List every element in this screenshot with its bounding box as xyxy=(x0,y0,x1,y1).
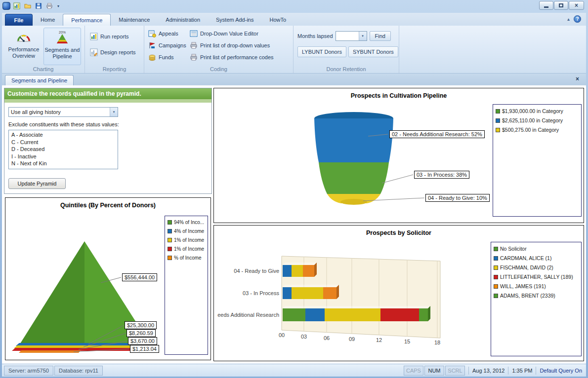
print-dropdown-values-label: Print list of drop-down values xyxy=(200,42,270,48)
list-item[interactable]: N - Next of Kin xyxy=(9,160,118,167)
print-dropdown-values-button[interactable]: Print list of drop-down values xyxy=(190,40,270,50)
legend-swatch xyxy=(494,275,498,279)
save-icon[interactable] xyxy=(34,1,43,10)
legend-item: FISCHMAN, DAVID (2) xyxy=(494,265,579,270)
database-status: Database: rpv11 xyxy=(54,366,103,376)
ribbon-group-coding: Appeals Campaigns Funds Drop-Down Value … xyxy=(144,26,294,73)
funds-icon xyxy=(148,53,156,61)
design-reports-button[interactable]: Design reports xyxy=(90,47,136,57)
legend-swatch xyxy=(168,220,172,225)
segments-pipeline-button[interactable]: 20% Segments and Pipeline xyxy=(43,28,81,65)
chevron-down-icon[interactable]: ▾ xyxy=(110,108,118,116)
legend-item: 4% of Income xyxy=(168,228,205,234)
list-item[interactable]: I - Inactive xyxy=(9,153,118,160)
print-performance-codes-label: Print list of performance codes xyxy=(200,54,274,60)
legend-label: LITTLEFEATHER, SALLY (189) xyxy=(500,274,573,280)
close-button[interactable]: × xyxy=(569,1,584,10)
months-lapsed-combobox[interactable]: ▾ xyxy=(336,31,367,41)
print-icon[interactable] xyxy=(45,1,54,10)
ribbon-group-donor-retention: Months lapsed ▾ Find LYBUNT Donors SYBUN… xyxy=(294,26,399,73)
callout-quintile-5: $1,213.04 xyxy=(130,345,159,353)
legend-swatch xyxy=(168,238,172,242)
tab-administration[interactable]: Administration xyxy=(158,14,208,26)
help-icon[interactable]: ? xyxy=(574,15,581,23)
performance-overview-label: Performance Overview xyxy=(8,46,40,59)
x-tick: 00 xyxy=(279,332,285,338)
print-performance-codes-button[interactable]: Print list of performance codes xyxy=(190,52,274,62)
app-logo-icon[interactable] xyxy=(2,2,10,10)
solicitor-chart-panel: Prospects by Solicitor xyxy=(213,225,584,361)
quintiles-chart-panel: Quintiles (By Percent of Donors) $556,44… xyxy=(5,197,211,360)
workspace: Customize the records qualified in the p… xyxy=(2,85,586,364)
gauge-icon xyxy=(16,30,32,45)
find-button[interactable]: Find xyxy=(370,31,391,41)
customize-panel-header: Customize the records qualified in the p… xyxy=(4,88,211,99)
x-tick: 09 xyxy=(349,336,355,342)
tab-performance[interactable]: Performance xyxy=(63,14,111,26)
funds-button[interactable]: Funds xyxy=(148,52,174,62)
appeals-button[interactable]: Appeals xyxy=(148,29,178,38)
legend-item: No Solicitor xyxy=(494,246,579,252)
close-tab-icon[interactable]: × xyxy=(574,76,581,83)
titlebar: ▾ × xyxy=(0,0,588,13)
status-bar: Server: arm5750 Database: rpv11 CAPS NUM… xyxy=(2,364,586,377)
tab-howto[interactable]: HowTo xyxy=(261,14,294,26)
dropdown-value-editor-button[interactable]: Drop-Down Value Editor xyxy=(190,29,258,38)
svg-text:20%: 20% xyxy=(59,31,66,34)
run-reports-button[interactable]: Run reports xyxy=(90,32,128,41)
callout-ready-to-give: 04 - Ready to Give: 10% xyxy=(425,194,490,202)
ribbon-group-reporting: Run reports Design reports Reporting xyxy=(85,26,144,73)
callout-in-process: 03 - In Process: 38% xyxy=(414,171,469,179)
x-tick: 06 xyxy=(324,335,330,341)
legend-swatch xyxy=(494,294,498,298)
legend-label: ADAMS, BRENT (2339) xyxy=(500,293,555,299)
folder-icon[interactable] xyxy=(23,1,32,10)
months-lapsed-label: Months lapsed xyxy=(297,33,333,39)
doc-tab-segments-pipeline[interactable]: Segments and Pipeline xyxy=(5,75,74,85)
x-tick: 12 xyxy=(376,337,382,343)
tab-home[interactable]: Home xyxy=(33,14,63,26)
legend-label: % of Income xyxy=(174,255,202,261)
list-item[interactable]: A - Associate xyxy=(9,131,118,139)
legend-item: 1% of Income xyxy=(168,246,205,252)
status-date: Aug 13, 2012 xyxy=(472,368,504,374)
legend-item: % of Income xyxy=(168,255,205,261)
maximize-button[interactable] xyxy=(554,1,568,10)
tab-file[interactable]: File xyxy=(5,14,33,26)
printer-icon xyxy=(190,41,198,49)
tab-maintenance[interactable]: Maintenance xyxy=(111,14,158,26)
ribbon-collapse-icon[interactable]: ▴ xyxy=(567,16,570,22)
minimize-icon xyxy=(544,6,548,8)
performance-overview-button[interactable]: Performance Overview xyxy=(5,28,42,65)
status-time: 1:35 PM xyxy=(512,368,532,374)
chevron-down-icon[interactable]: ▾ xyxy=(359,32,367,40)
tab-system-add-ins[interactable]: System Add-ins xyxy=(208,14,261,26)
legend-swatch xyxy=(494,247,498,251)
window-controls: × xyxy=(539,1,584,10)
lybunt-donors-button[interactable]: LYBUNT Donors xyxy=(297,46,346,57)
list-item[interactable]: C - Current xyxy=(9,139,118,146)
legend-swatch xyxy=(168,256,172,260)
x-tick: 15 xyxy=(404,339,410,344)
giving-history-dropdown[interactable]: Use all giving history ▾ xyxy=(8,107,118,117)
customize-panel: Customize the records qualified in the p… xyxy=(4,88,212,194)
customize-panel-subbar xyxy=(4,99,211,103)
status-values-listbox[interactable]: A - Associate C - Current D - Deceased I… xyxy=(8,130,118,169)
legend-label: 4% of Income xyxy=(174,228,204,234)
quintiles-legend: 94% of Inco... 4% of Income 1% of Income… xyxy=(165,216,208,355)
chart-icon[interactable] xyxy=(12,1,21,10)
qat-dropdown-icon[interactable]: ▾ xyxy=(56,4,61,8)
ribbon: Performance Overview 20% Segments and Pi… xyxy=(2,26,586,74)
sybunt-donors-button[interactable]: SYBUNT Donors xyxy=(348,46,398,57)
minimize-button[interactable] xyxy=(539,1,553,10)
legend-label: 1% of Income xyxy=(174,237,204,243)
legend-label: WILL, JAMES (191) xyxy=(500,283,546,289)
legend-swatch xyxy=(494,284,498,289)
list-item[interactable]: D - Deceased xyxy=(9,146,118,153)
ribbon-tab-row: File Home Performance Maintenance Admini… xyxy=(2,13,586,26)
campaigns-button[interactable]: Campaigns xyxy=(148,40,186,50)
num-lock-indicator: NUM xyxy=(424,366,444,376)
pipeline-legend: $1,930,000.00 in Category $2,625,110.00 … xyxy=(493,104,582,217)
appeals-icon xyxy=(148,30,156,38)
update-pyramid-button[interactable]: Update Pyramid xyxy=(8,178,66,189)
